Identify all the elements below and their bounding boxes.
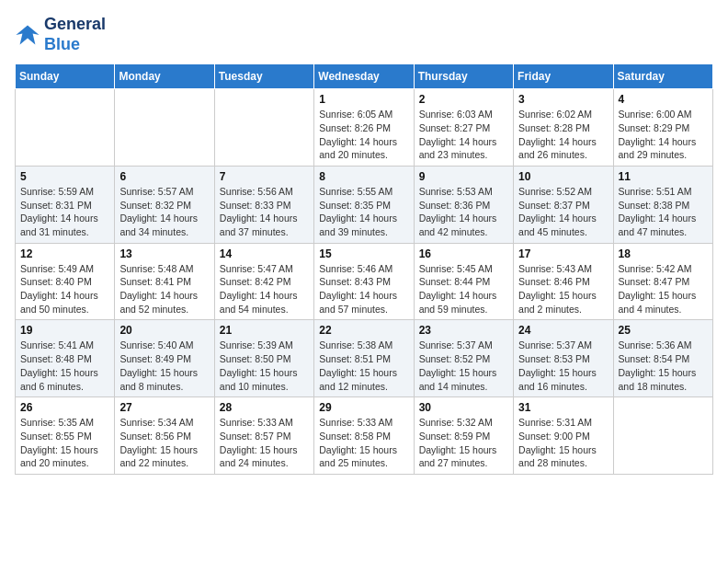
dow-header: Friday <box>514 64 613 89</box>
day-number: 29 <box>319 401 408 414</box>
calendar-cell: 3Sunrise: 6:02 AMSunset: 8:28 PMDaylight… <box>514 89 613 167</box>
day-info: Sunrise: 5:33 AMSunset: 8:57 PMDaylight:… <box>220 416 309 470</box>
day-info: Sunrise: 5:32 AMSunset: 8:59 PMDaylight:… <box>419 416 508 470</box>
day-info: Sunrise: 5:56 AMSunset: 8:33 PMDaylight:… <box>220 185 309 239</box>
calendar-body: 1Sunrise: 6:05 AMSunset: 8:26 PMDaylight… <box>16 89 713 475</box>
calendar-cell: 27Sunrise: 5:34 AMSunset: 8:56 PMDayligh… <box>115 397 214 475</box>
logo-icon <box>15 22 40 48</box>
day-info: Sunrise: 5:47 AMSunset: 8:42 PMDaylight:… <box>220 262 309 316</box>
day-number: 10 <box>518 170 608 183</box>
day-number: 8 <box>319 170 408 183</box>
day-number: 9 <box>419 170 508 183</box>
day-info: Sunrise: 5:52 AMSunset: 8:37 PMDaylight:… <box>518 185 608 239</box>
day-info: Sunrise: 5:46 AMSunset: 8:43 PMDaylight:… <box>319 262 408 316</box>
day-number: 18 <box>619 247 708 260</box>
day-info: Sunrise: 5:40 AMSunset: 8:49 PMDaylight:… <box>119 339 209 393</box>
logo-text: General Blue <box>44 15 106 54</box>
calendar-cell: 31Sunrise: 5:31 AMSunset: 9:00 PMDayligh… <box>514 397 613 475</box>
day-number: 6 <box>119 170 209 183</box>
day-number: 19 <box>20 324 109 337</box>
day-number: 17 <box>518 247 608 260</box>
day-info: Sunrise: 5:51 AMSunset: 8:38 PMDaylight:… <box>619 185 708 239</box>
day-info: Sunrise: 5:45 AMSunset: 8:44 PMDaylight:… <box>419 262 508 316</box>
day-info: Sunrise: 5:55 AMSunset: 8:35 PMDaylight:… <box>319 185 408 239</box>
dow-header: Tuesday <box>214 64 313 89</box>
day-info: Sunrise: 5:49 AMSunset: 8:40 PMDaylight:… <box>20 262 109 316</box>
calendar-week-row: 12Sunrise: 5:49 AMSunset: 8:40 PMDayligh… <box>16 243 713 320</box>
day-number: 26 <box>20 401 109 414</box>
calendar-cell: 17Sunrise: 5:43 AMSunset: 8:46 PMDayligh… <box>514 243 613 320</box>
calendar-cell: 15Sunrise: 5:46 AMSunset: 8:43 PMDayligh… <box>314 243 414 320</box>
day-info: Sunrise: 6:00 AMSunset: 8:29 PMDaylight:… <box>619 108 708 162</box>
calendar-cell <box>613 397 712 475</box>
calendar-cell: 18Sunrise: 5:42 AMSunset: 8:47 PMDayligh… <box>613 243 712 320</box>
calendar-cell: 9Sunrise: 5:53 AMSunset: 8:36 PMDaylight… <box>414 166 513 243</box>
calendar-cell: 25Sunrise: 5:36 AMSunset: 8:54 PMDayligh… <box>613 320 712 397</box>
day-number: 25 <box>619 324 708 337</box>
calendar-cell: 22Sunrise: 5:38 AMSunset: 8:51 PMDayligh… <box>314 320 414 397</box>
calendar-cell: 11Sunrise: 5:51 AMSunset: 8:38 PMDayligh… <box>613 166 712 243</box>
calendar-cell: 6Sunrise: 5:57 AMSunset: 8:32 PMDaylight… <box>115 166 214 243</box>
day-info: Sunrise: 5:39 AMSunset: 8:50 PMDaylight:… <box>220 339 309 393</box>
calendar-cell: 24Sunrise: 5:37 AMSunset: 8:53 PMDayligh… <box>514 320 613 397</box>
calendar-cell: 23Sunrise: 5:37 AMSunset: 8:52 PMDayligh… <box>414 320 513 397</box>
day-number: 12 <box>20 247 109 260</box>
day-info: Sunrise: 5:48 AMSunset: 8:41 PMDaylight:… <box>119 262 209 316</box>
calendar-cell: 8Sunrise: 5:55 AMSunset: 8:35 PMDaylight… <box>314 166 414 243</box>
day-number: 31 <box>518 401 608 414</box>
calendar-cell: 19Sunrise: 5:41 AMSunset: 8:48 PMDayligh… <box>16 320 115 397</box>
dow-header: Saturday <box>613 64 712 89</box>
day-info: Sunrise: 5:57 AMSunset: 8:32 PMDaylight:… <box>119 185 209 239</box>
day-number: 27 <box>119 401 209 414</box>
calendar-cell: 14Sunrise: 5:47 AMSunset: 8:42 PMDayligh… <box>214 243 313 320</box>
calendar-week-row: 19Sunrise: 5:41 AMSunset: 8:48 PMDayligh… <box>16 320 713 397</box>
logo: General Blue <box>15 15 106 54</box>
calendar-cell: 21Sunrise: 5:39 AMSunset: 8:50 PMDayligh… <box>214 320 313 397</box>
day-info: Sunrise: 5:34 AMSunset: 8:56 PMDaylight:… <box>119 416 209 470</box>
day-info: Sunrise: 5:41 AMSunset: 8:48 PMDaylight:… <box>20 339 109 393</box>
calendar-cell: 30Sunrise: 5:32 AMSunset: 8:59 PMDayligh… <box>414 397 513 475</box>
day-info: Sunrise: 6:02 AMSunset: 8:28 PMDaylight:… <box>518 108 608 162</box>
day-number: 21 <box>220 324 309 337</box>
day-number: 14 <box>220 247 309 260</box>
day-number: 20 <box>119 324 209 337</box>
calendar-week-row: 26Sunrise: 5:35 AMSunset: 8:55 PMDayligh… <box>16 397 713 475</box>
calendar-cell: 10Sunrise: 5:52 AMSunset: 8:37 PMDayligh… <box>514 166 613 243</box>
days-of-week-row: SundayMondayTuesdayWednesdayThursdayFrid… <box>16 64 713 89</box>
day-info: Sunrise: 5:37 AMSunset: 8:52 PMDaylight:… <box>419 339 508 393</box>
calendar-cell: 16Sunrise: 5:45 AMSunset: 8:44 PMDayligh… <box>414 243 513 320</box>
dow-header: Monday <box>115 64 214 89</box>
page-header: General Blue <box>15 15 713 54</box>
dow-header: Thursday <box>414 64 513 89</box>
day-number: 2 <box>419 93 508 106</box>
dow-header: Sunday <box>16 64 115 89</box>
day-info: Sunrise: 6:05 AMSunset: 8:26 PMDaylight:… <box>319 108 408 162</box>
calendar-cell: 20Sunrise: 5:40 AMSunset: 8:49 PMDayligh… <box>115 320 214 397</box>
day-info: Sunrise: 5:36 AMSunset: 8:54 PMDaylight:… <box>619 339 708 393</box>
day-number: 5 <box>20 170 109 183</box>
day-number: 13 <box>119 247 209 260</box>
day-number: 11 <box>619 170 708 183</box>
day-info: Sunrise: 5:35 AMSunset: 8:55 PMDaylight:… <box>20 416 109 470</box>
calendar-cell <box>16 89 115 167</box>
day-number: 28 <box>220 401 309 414</box>
calendar-cell: 1Sunrise: 6:05 AMSunset: 8:26 PMDaylight… <box>314 89 414 167</box>
day-info: Sunrise: 5:31 AMSunset: 9:00 PMDaylight:… <box>518 416 608 470</box>
day-info: Sunrise: 5:38 AMSunset: 8:51 PMDaylight:… <box>319 339 408 393</box>
day-number: 30 <box>419 401 508 414</box>
day-number: 1 <box>319 93 408 106</box>
day-info: Sunrise: 6:03 AMSunset: 8:27 PMDaylight:… <box>419 108 508 162</box>
calendar-cell: 26Sunrise: 5:35 AMSunset: 8:55 PMDayligh… <box>16 397 115 475</box>
calendar-cell: 29Sunrise: 5:33 AMSunset: 8:58 PMDayligh… <box>314 397 414 475</box>
calendar-week-row: 5Sunrise: 5:59 AMSunset: 8:31 PMDaylight… <box>16 166 713 243</box>
dow-header: Wednesday <box>314 64 414 89</box>
day-info: Sunrise: 5:37 AMSunset: 8:53 PMDaylight:… <box>518 339 608 393</box>
day-info: Sunrise: 5:43 AMSunset: 8:46 PMDaylight:… <box>518 262 608 316</box>
calendar-cell <box>115 89 214 167</box>
day-number: 16 <box>419 247 508 260</box>
day-number: 24 <box>518 324 608 337</box>
day-number: 3 <box>518 93 608 106</box>
calendar-week-row: 1Sunrise: 6:05 AMSunset: 8:26 PMDaylight… <box>16 89 713 167</box>
calendar-cell: 12Sunrise: 5:49 AMSunset: 8:40 PMDayligh… <box>16 243 115 320</box>
calendar-cell <box>214 89 313 167</box>
